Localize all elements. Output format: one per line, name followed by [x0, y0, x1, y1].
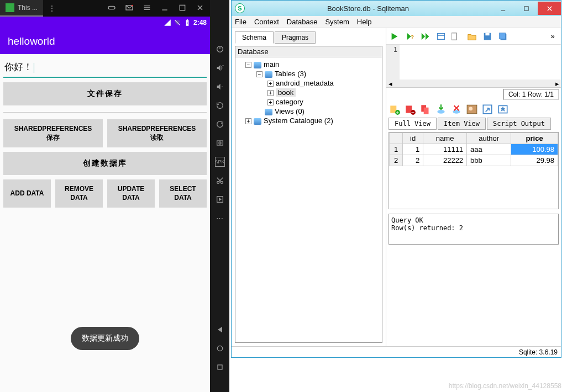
update-data-button[interactable]: UPDATE DATA — [107, 179, 155, 208]
svg-rect-10 — [217, 141, 223, 145]
sharedprefs-save-button[interactable]: SHAREDPREFERENCES 保存 — [3, 119, 103, 147]
menu-system[interactable]: System — [325, 18, 349, 26]
result-tabstrip: Full View Item View Script Output — [386, 118, 561, 130]
result-grid[interactable]: id name author price 1 1 11111 aaa 100.9… — [389, 132, 559, 209]
view-icon[interactable] — [435, 30, 447, 43]
signal-icon — [164, 19, 171, 27]
window-titlebar[interactable]: S BookStore.db - Sqliteman — [232, 1, 561, 16]
window-maximize-icon[interactable] — [514, 2, 538, 15]
tree-table-android-metadata[interactable]: +android_metadata — [238, 78, 380, 88]
schema-tree[interactable]: Database −main −Tables (3) +android_meta… — [235, 46, 382, 343]
run-icon[interactable] — [389, 30, 401, 43]
rollback-icon[interactable] — [450, 103, 463, 115]
menu-bar: File Context Database System Help — [232, 16, 561, 28]
window-minimize-icon[interactable] — [491, 2, 514, 15]
minimize-icon[interactable] — [160, 3, 169, 14]
image-icon[interactable] — [466, 103, 478, 115]
toolbar-overflow-icon[interactable]: » — [547, 30, 559, 43]
scroll-left-icon[interactable]: ◂ — [386, 80, 394, 87]
insert-row-icon[interactable]: + — [389, 103, 401, 115]
save-icon[interactable] — [481, 30, 494, 43]
mail-icon[interactable] — [125, 3, 134, 14]
sharedprefs-read-button[interactable]: SHAREDPREFERENCES 读取 — [107, 119, 207, 147]
window-close-icon[interactable] — [538, 2, 561, 15]
output-line: Query OK — [391, 216, 556, 224]
svg-text:?: ? — [411, 33, 414, 39]
rotate-left-icon[interactable] — [215, 100, 225, 110]
scroll-right-icon[interactable]: ▸ — [553, 80, 561, 87]
svg-point-36 — [469, 107, 473, 111]
text-input[interactable]: 你好！ — [3, 57, 207, 78]
favorite-icon[interactable] — [497, 103, 509, 115]
more-icon[interactable]: ⋯ — [215, 213, 225, 223]
save-file-button[interactable]: 文件保存 — [3, 82, 207, 105]
remove-data-button[interactable]: REMOVE DATA — [55, 179, 103, 208]
col-name[interactable]: name — [423, 133, 467, 144]
volume-down-icon[interactable]: - — [215, 82, 225, 92]
screenshot-icon[interactable] — [215, 138, 225, 148]
tree-node-views[interactable]: Views (0) — [238, 107, 380, 116]
create-db-button[interactable]: 创建数据库 — [3, 152, 207, 175]
emulator-tab[interactable]: This ... — [0, 0, 43, 17]
commit-icon[interactable] — [435, 103, 447, 115]
divider — [3, 112, 207, 113]
tab-item-view[interactable]: Item View — [438, 118, 486, 130]
selected-cell[interactable]: 100.98 — [511, 144, 558, 155]
menu-context[interactable]: Context — [254, 18, 279, 26]
open-file-icon[interactable] — [466, 30, 478, 43]
tab-full-view[interactable]: Full View — [389, 118, 437, 130]
export-icon[interactable] — [481, 103, 494, 115]
table-row[interactable]: 2 2 22222 bbb 29.98 — [390, 155, 558, 166]
menu-help[interactable]: Help — [357, 18, 372, 26]
tab-script-output[interactable]: Script Output — [487, 118, 551, 130]
tree-node-tables[interactable]: −Tables (3) — [238, 69, 380, 78]
svg-rect-32 — [424, 108, 429, 114]
emulator-tab-label: This ... — [18, 4, 38, 12]
svg-rect-22 — [485, 33, 489, 35]
editor-scrollbar[interactable]: ◂ ▸ — [386, 80, 561, 87]
maximize-icon[interactable] — [178, 3, 187, 14]
svg-text:−: − — [411, 109, 414, 115]
back-icon[interactable] — [215, 325, 225, 335]
tree-table-book[interactable]: +book — [238, 88, 380, 97]
tree-node-main[interactable]: −main — [238, 60, 380, 69]
run-all-icon[interactable] — [419, 30, 432, 43]
table-row[interactable]: 1 1 11111 aaa 100.98 — [390, 144, 558, 155]
result-toolbar: + − — [386, 101, 561, 118]
home-icon[interactable] — [215, 343, 225, 353]
select-data-button[interactable]: SELECT DATA — [159, 179, 207, 208]
add-data-button[interactable]: ADD DATA — [3, 179, 51, 208]
power-icon[interactable] — [215, 44, 225, 54]
save-all-icon[interactable] — [497, 30, 509, 43]
apk-icon[interactable]: APK — [215, 157, 225, 167]
run-help-icon[interactable]: ? — [404, 30, 416, 43]
sql-editor[interactable]: 1 ◂ ▸ — [386, 45, 561, 88]
tab-pragmas[interactable]: Pragmas — [275, 31, 316, 44]
gamepad-icon[interactable] — [107, 3, 116, 14]
svg-rect-20 — [452, 33, 456, 40]
menu-database[interactable]: Database — [287, 18, 318, 26]
cut-icon[interactable] — [215, 176, 225, 186]
menu-icon[interactable] — [143, 3, 151, 14]
close-icon[interactable] — [196, 3, 204, 14]
tree-table-category[interactable]: +category — [238, 97, 380, 107]
copy-row-icon[interactable] — [419, 103, 432, 115]
play-icon[interactable] — [215, 194, 225, 204]
delete-row-icon[interactable]: − — [404, 103, 416, 115]
emulator-sidebar: + - APK ⋯ — [210, 0, 229, 392]
col-price[interactable]: price — [511, 133, 558, 144]
app-icon: S — [235, 3, 245, 13]
menu-file[interactable]: File — [235, 18, 246, 26]
tree-node-syscat[interactable]: +System Catalogue (2) — [238, 116, 380, 125]
col-id[interactable]: id — [403, 133, 423, 144]
col-rownum[interactable] — [390, 133, 403, 144]
svg-rect-16 — [218, 365, 222, 369]
rotate-right-icon[interactable] — [215, 119, 225, 129]
tab-schema[interactable]: Schema — [235, 31, 274, 44]
volume-up-icon[interactable]: + — [215, 63, 225, 73]
tree-header: Database — [235, 46, 382, 57]
recents-icon[interactable] — [215, 362, 225, 372]
new-file-icon[interactable] — [450, 30, 463, 43]
emulator-tab-menu[interactable]: ⋮ — [43, 0, 61, 17]
svg-point-11 — [219, 142, 221, 144]
